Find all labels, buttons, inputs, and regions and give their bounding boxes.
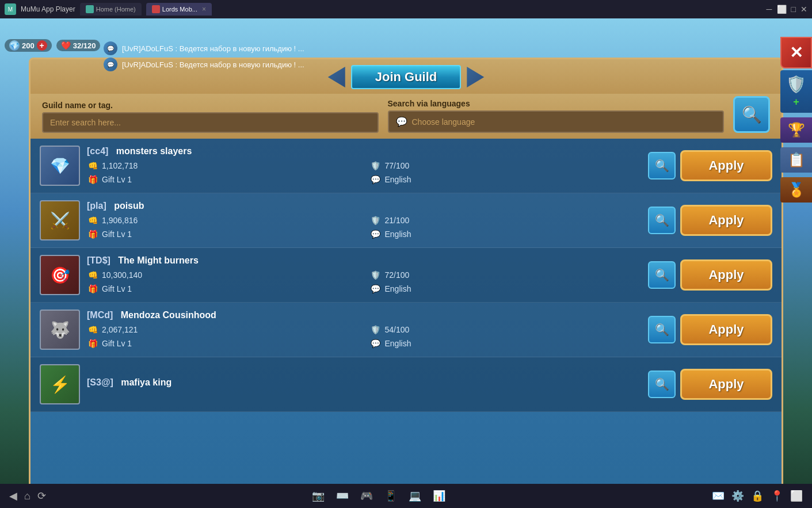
close-panel-button[interactable]: ✕	[780, 37, 812, 68]
keyboard-icon[interactable]: ⌨️	[336, 490, 349, 502]
add-gems-button[interactable]: +	[37, 40, 47, 51]
guild-power-2: 👊 10,300,140	[87, 269, 359, 281]
guild-tag-2: [TD$]	[87, 255, 110, 265]
member-icon-1: 🛡️	[370, 215, 382, 226]
inspect-button-1[interactable]: 🔍	[648, 207, 676, 234]
language-dropdown[interactable]: 💬 Choose language	[388, 110, 725, 133]
member-icon-2: 🛡️	[370, 269, 382, 281]
camera-icon[interactable]: 📷	[312, 490, 325, 502]
resources-bar: 💎 200 + ❤️ 32/120	[0, 37, 105, 54]
power-icon-1: 👊	[87, 215, 98, 226]
lock-icon[interactable]: 🔒	[751, 490, 764, 502]
guild-power-3: 👊 2,067,121	[87, 324, 359, 335]
tab-lords-icon	[152, 5, 160, 13]
guild-power-1: 👊 1,906,816	[87, 215, 359, 226]
inspect-button-2[interactable]: 🔍	[648, 261, 676, 289]
guild-info-2: [TD$] The Might burners 👊 10,300,140 🛡️	[87, 255, 641, 295]
guild-emblem-4[interactable]: ⚡	[40, 364, 80, 404]
guild-info-1: [pla] poisub 👊 1,906,816 🛡️ 21/10	[87, 201, 641, 240]
apply-button-1[interactable]: Apply	[680, 205, 772, 236]
mail-icon[interactable]: ✉️	[712, 490, 725, 502]
guild-members-1: 🛡️ 21/100	[370, 215, 642, 226]
window-icon[interactable]: ⬜	[790, 490, 803, 502]
app-logo: M	[5, 3, 16, 15]
inspect-button-4[interactable]: 🔍	[648, 371, 676, 398]
taskbar-right: ✉️ ⚙️ 🔒 📍 ⬜	[712, 490, 803, 502]
inspect-button-0[interactable]: 🔍	[648, 152, 676, 179]
refresh-icon[interactable]: ⟳	[37, 490, 46, 502]
language-placeholder: Choose language	[412, 117, 475, 127]
guild-name-1: [pla] poisub	[87, 201, 641, 211]
apply-button-3[interactable]: Apply	[680, 314, 772, 345]
guild-stats-0: 👊 1,102,718 🛡️ 77/100 🎁 Gift Lv 1	[87, 160, 641, 185]
reward-banner[interactable]: 🏅	[780, 177, 812, 203]
guild-members-3: 🛡️ 54/100	[370, 324, 642, 335]
back-icon[interactable]: ◀	[9, 490, 17, 502]
guild-title-4: mafiya king	[121, 377, 171, 387]
guild-title-0: monsters slayers	[116, 146, 192, 156]
taskbar-left: ◀ ⌂ ⟳	[9, 490, 46, 502]
app-name: MuMu App Player	[21, 5, 75, 13]
guild-list: 💎 [cc4] monsters slayers 👊 1,102,718	[31, 139, 781, 495]
chart-icon[interactable]: 📊	[433, 490, 445, 502]
table-row: 🐺 [MCd] Mendoza Cousinhood 👊 2,067,121	[31, 303, 781, 357]
tab-close-icon[interactable]: ×	[202, 5, 206, 13]
lang-icon-1: 💬	[370, 228, 382, 240]
chat-avatar-2: 💬	[104, 58, 117, 71]
apply-button-4[interactable]: Apply	[680, 369, 772, 400]
table-row: 🎯 [TD$] The Might burners 👊 10,300,140	[31, 248, 781, 303]
guild-search-label: Guild name or tag.	[42, 101, 379, 110]
rank-banner[interactable]: 🏆	[780, 117, 812, 143]
table-row: ⚔️ [pla] poisub 👊 1,906,816	[31, 193, 781, 248]
gamepad-icon[interactable]: 🎮	[360, 490, 373, 502]
tab-home-label: Home (Home)	[96, 6, 136, 13]
maximize-icon[interactable]: □	[791, 5, 796, 14]
guild-tag-3: [MCd]	[87, 310, 113, 320]
settings-icon[interactable]: ⚙️	[731, 490, 744, 502]
guild-title-1: poisub	[114, 201, 144, 211]
home-icon[interactable]: ⌂	[24, 490, 31, 502]
desktop-icon[interactable]: 💻	[409, 490, 421, 502]
location-icon[interactable]: 📍	[771, 490, 783, 502]
guild-stats-3: 👊 2,067,121 🛡️ 54/100 🎁 Gift Lv 1	[87, 324, 641, 349]
guild-members-2: 🛡️ 72/100	[370, 269, 642, 281]
apply-button-0[interactable]: Apply	[680, 150, 772, 181]
notes-banner[interactable]: 📋	[780, 147, 812, 173]
shield-icon: 🛡️	[786, 75, 806, 94]
title-bar: M MuMu App Player Home (Home) Lords Mob.…	[0, 0, 812, 18]
guild-emblem-2[interactable]: 🎯	[40, 255, 80, 295]
search-button[interactable]: 🔍	[733, 96, 770, 133]
guild-emblem-0[interactable]: 💎	[40, 146, 80, 186]
guild-members-0: 🛡️ 77/100	[370, 160, 642, 171]
restore-icon[interactable]: ⬜	[777, 5, 787, 14]
guild-create-banner[interactable]: 🛡️ +	[780, 70, 812, 113]
guild-actions-3: 🔍 Apply	[648, 314, 772, 345]
inspect-button-3[interactable]: 🔍	[648, 316, 676, 343]
guild-actions-0: 🔍 Apply	[648, 150, 772, 181]
mobile-icon[interactable]: 📱	[384, 490, 397, 502]
power-icon-2: 👊	[87, 269, 98, 281]
guild-search-input[interactable]	[42, 112, 379, 133]
guild-gift-1: 🎁 Gift Lv 1	[87, 228, 359, 240]
reward-icon: 🏅	[788, 182, 805, 198]
chat-user-1: [UvR]ADoLFuS : Ведется набор в новую гил…	[122, 44, 304, 53]
tab-home[interactable]: Home (Home)	[80, 3, 142, 16]
tab-lords-label: Lords Mob...	[162, 6, 197, 13]
health-resource: ❤️ 32/120	[56, 40, 101, 51]
tab-lords[interactable]: Lords Mob... ×	[146, 3, 212, 16]
taskbar: ◀ ⌂ ⟳ 📷 ⌨️ 🎮 📱 💻 📊 ✉️ ⚙️ 🔒 📍 ⬜	[0, 484, 812, 508]
guild-name-0: [cc4] monsters slayers	[87, 146, 641, 156]
guild-gift-0: 🎁 Gift Lv 1	[87, 174, 359, 185]
search-area: Guild name or tag. Search via languages …	[31, 94, 781, 139]
taskbar-center: 📷 ⌨️ 🎮 📱 💻 📊	[312, 490, 445, 502]
close-icon[interactable]: ✕	[800, 5, 807, 14]
rank-icon: 🏆	[788, 122, 805, 138]
apply-button-2[interactable]: Apply	[680, 259, 772, 291]
guild-emblem-1[interactable]: ⚔️	[40, 200, 80, 240]
minimize-icon[interactable]: ─	[767, 5, 772, 14]
guild-stats-1: 👊 1,906,816 🛡️ 21/100 🎁 Gift Lv 1	[87, 215, 641, 240]
guild-emblem-3[interactable]: 🐺	[40, 310, 80, 350]
power-icon-0: 👊	[87, 160, 98, 171]
guild-actions-2: 🔍 Apply	[648, 259, 772, 291]
gift-icon-3: 🎁	[87, 338, 98, 349]
